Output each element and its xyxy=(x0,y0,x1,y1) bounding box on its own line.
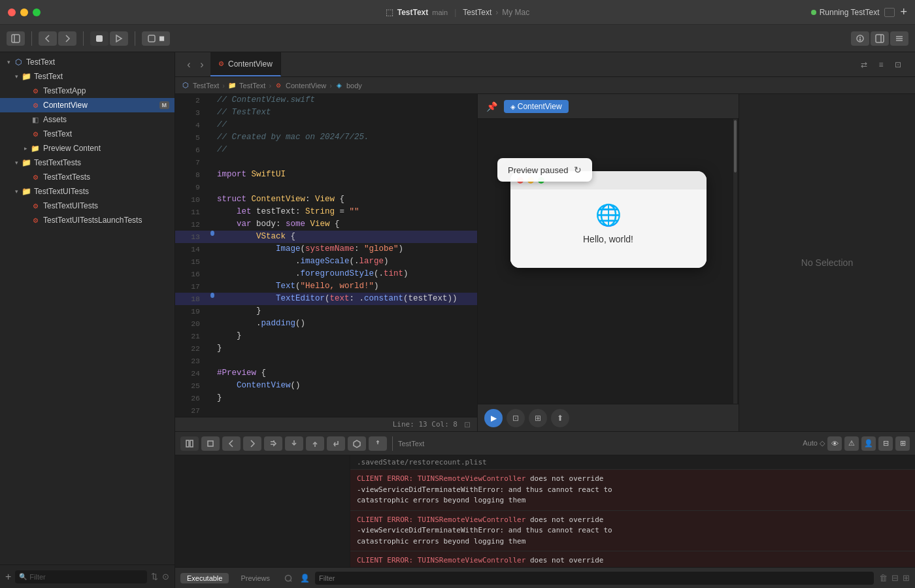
thread-label: TestText xyxy=(398,440,424,448)
footer-right-icons: 🗑 ⊟ ⊞ xyxy=(879,573,910,583)
toolbar-separator-2 xyxy=(83,31,84,46)
preview-share-button[interactable]: ⬆ xyxy=(551,409,569,427)
sidebar-toggle-button[interactable] xyxy=(884,8,895,17)
bottom-stop-btn[interactable] xyxy=(201,436,220,451)
preview-tab-contentview[interactable]: ◈ ContentView xyxy=(504,100,569,113)
code-editor[interactable]: 2 // ContentView.swift 3 // TestText 4 /… xyxy=(175,94,477,431)
footer-split-btn[interactable]: ⊟ xyxy=(891,573,899,583)
folder-icon: 📁 xyxy=(31,144,40,153)
footer-filter-input[interactable] xyxy=(315,572,874,585)
breadcrumb-testtext[interactable]: TestText xyxy=(239,82,265,90)
bottom-nav-back[interactable] xyxy=(222,436,241,451)
minimize-button[interactable] xyxy=(20,8,28,16)
running-indicator: Running TestText xyxy=(811,8,880,17)
preview-device-button[interactable]: ⊡ xyxy=(507,409,525,427)
more-button[interactable]: ⊙ xyxy=(162,572,169,581)
editor-settings-btn[interactable]: ⊡ xyxy=(464,420,471,429)
preview-canvas: Preview paused ↻ 🌐 Hello, world! xyxy=(478,119,739,404)
settings-button[interactable] xyxy=(890,31,908,46)
breadcrumb-sep-1: › xyxy=(222,82,225,90)
warning-btn[interactable]: ⚠ xyxy=(844,436,859,451)
sidebar-item-testtext-file[interactable]: ▾ ⚙ TestText xyxy=(0,127,175,141)
sidebar-item-testtexttests-file[interactable]: ▾ ⚙ TestTextTests xyxy=(0,170,175,184)
sidebar-item-preview-content[interactable]: ▸ 📁 Preview Content xyxy=(0,141,175,155)
preview-play-button[interactable]: ▶ xyxy=(484,409,503,427)
breadcrumb-testtext-root[interactable]: TestText xyxy=(193,82,219,90)
add-tab-button[interactable]: + xyxy=(900,5,907,19)
console-output[interactable]: .savedState/restorecount.plist CLIENT ER… xyxy=(350,455,915,567)
footer-expand-btn[interactable]: ⊞ xyxy=(903,573,910,583)
sidebar-filter[interactable]: 🔍 Filter xyxy=(15,570,147,583)
code-line-6: 6 // xyxy=(175,144,477,156)
inspector-button[interactable] xyxy=(871,31,889,46)
console-error-2: CLIENT ERROR: TUINSRemoteViewController … xyxy=(350,511,915,552)
close-button[interactable] xyxy=(8,8,16,16)
chevron-down-icon: ▾ xyxy=(5,59,12,65)
sidebar-item-testtext-root[interactable]: ▾ ⬡ TestText xyxy=(0,55,175,69)
bottom-nav-fwd[interactable] xyxy=(243,436,261,451)
forward-button[interactable] xyxy=(58,31,76,46)
scheme-selector[interactable]: ◼ xyxy=(142,31,170,46)
bottom-share-btn[interactable] xyxy=(369,436,387,451)
breakpoint-dot[interactable] xyxy=(210,231,214,236)
footer-trash-btn[interactable]: 🗑 xyxy=(879,573,888,583)
sidebar-item-testtextuitests-file[interactable]: ▾ ⚙ TestTextUITests xyxy=(0,199,175,213)
breadcrumb-body[interactable]: body xyxy=(346,82,362,90)
stop-button[interactable] xyxy=(110,31,128,46)
tab-forward-button[interactable]: › xyxy=(196,59,208,71)
sidebar-item-testtextuitests-group[interactable]: ▾ 📁 TestTextUITests xyxy=(0,184,175,199)
footer-tab-previews[interactable]: Previews xyxy=(234,573,276,583)
project-icon: ⬡ xyxy=(182,82,190,90)
canvas-button[interactable]: ⊡ xyxy=(891,58,905,71)
svg-rect-0 xyxy=(12,35,20,42)
sidebar-item-testtext-group[interactable]: ▾ 📁 TestText xyxy=(0,69,175,84)
sidebar-item-testtextuitestslaunchtests[interactable]: ▾ ⚙ TestTextUITestsLaunchTests xyxy=(0,213,175,227)
breadcrumb-contentview[interactable]: ContentView xyxy=(286,82,326,90)
breakpoint-dot-2[interactable] xyxy=(210,293,214,298)
sidebar-item-contentview[interactable]: ▾ ⚙ ContentView M xyxy=(0,98,175,112)
preview-grid-button[interactable]: ⊞ xyxy=(529,409,547,427)
folder-icon: 📁 xyxy=(22,72,31,81)
editor-tab-contentview[interactable]: ⚙ ContentView xyxy=(210,52,281,76)
run-status-dot xyxy=(811,10,816,15)
bottom-step-out[interactable] xyxy=(306,436,324,451)
swift-file-icon: ⚙ xyxy=(31,86,40,95)
line-col-status: Line: 13 Col: 8 xyxy=(393,418,458,431)
svg-point-7 xyxy=(859,39,861,41)
split-editor-button[interactable]: ⇄ xyxy=(857,58,871,71)
footer-tab-executable[interactable]: Executable xyxy=(180,573,229,583)
maximize-button[interactable] xyxy=(33,8,41,16)
sidebar-toggle-btn[interactable] xyxy=(7,31,25,46)
editor-options-button[interactable]: ≡ xyxy=(874,58,888,71)
bottom-step-over[interactable] xyxy=(264,436,282,451)
preview-scrollbar[interactable] xyxy=(733,119,737,404)
pin-button[interactable]: 📌 xyxy=(484,99,499,114)
preview-device-window: 🌐 Hello, world! xyxy=(510,171,707,268)
bottom-frame-btn[interactable] xyxy=(348,436,366,451)
swift-icon: ⚙ xyxy=(274,82,282,90)
sidebar-item-testtextapp[interactable]: ▾ ⚙ TestTextApp xyxy=(0,84,175,98)
sort-button[interactable]: ⇅ xyxy=(151,572,158,581)
hello-text: Hello, world! xyxy=(583,234,633,244)
sidebar-item-assets[interactable]: ▾ ◧ Assets xyxy=(0,112,175,127)
bottom-return-btn[interactable] xyxy=(327,436,345,451)
code-line-13: 13 VStack { xyxy=(175,231,477,243)
footer-person-btn[interactable]: 👤 xyxy=(300,574,310,583)
add-file-button[interactable]: + xyxy=(5,571,11,583)
person-btn[interactable]: 👤 xyxy=(861,436,876,451)
preview-refresh-button[interactable]: ↻ xyxy=(574,165,582,175)
eye-btn[interactable]: 👁 xyxy=(827,436,842,451)
library-button[interactable] xyxy=(851,31,869,46)
swift-file-icon: ⚙ xyxy=(31,216,40,225)
sidebar-item-testtexttests-group[interactable]: ▾ 📁 TestTextTests xyxy=(0,155,175,170)
title-bar-right: Running TestText + xyxy=(811,5,907,19)
split-bottom-btn[interactable]: ⊟ xyxy=(878,436,893,451)
code-line-9: 9 xyxy=(175,181,477,193)
maximize-bottom-btn[interactable]: ⊞ xyxy=(895,436,910,451)
back-button[interactable] xyxy=(39,31,57,46)
bottom-play-btn[interactable] xyxy=(180,436,199,451)
bottom-step-into[interactable] xyxy=(285,436,303,451)
tab-back-button[interactable]: ‹ xyxy=(183,59,195,71)
run-button[interactable] xyxy=(90,31,108,46)
tab-label[interactable]: TestText xyxy=(463,8,491,17)
